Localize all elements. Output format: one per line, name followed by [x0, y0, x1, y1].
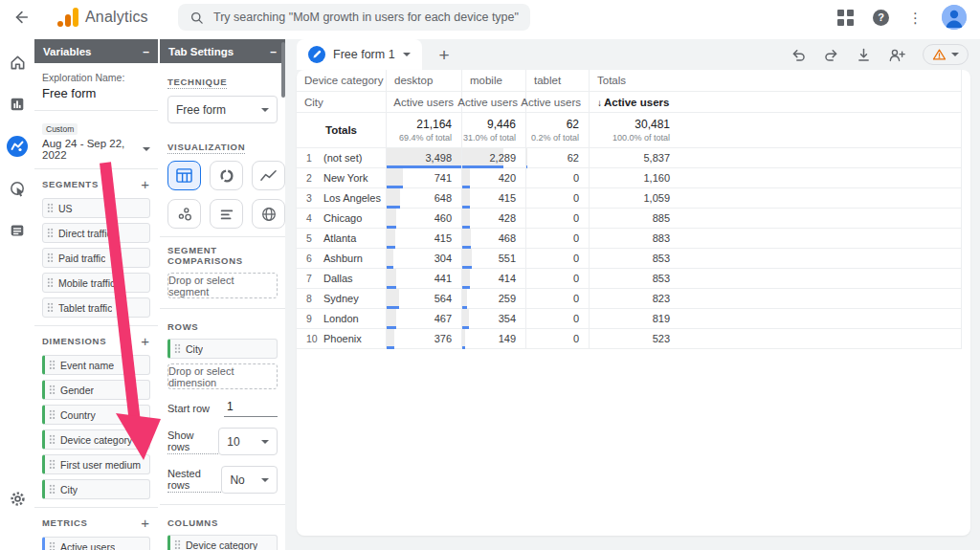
table-row[interactable]: 10Phoenix3761490523	[297, 329, 961, 349]
canvas-toolbar	[791, 44, 969, 65]
drag-handle-icon[interactable]	[49, 434, 56, 445]
start-row-input[interactable]: 1	[224, 399, 278, 417]
drag-handle-icon[interactable]	[47, 302, 54, 313]
table-row[interactable]: 9London4673540819	[297, 309, 961, 329]
library-icon[interactable]	[6, 219, 29, 242]
segment-chip[interactable]: Direct traffic	[42, 223, 150, 243]
column-group-header[interactable]: mobile	[461, 70, 525, 91]
segment-chip[interactable]: Tablet traffic	[42, 297, 150, 318]
add-dimension-button[interactable]: +	[140, 334, 150, 348]
table-header-column-groups: Device categorydesktopmobiletabletTotals	[297, 70, 961, 92]
metric-value-cell: 648	[386, 188, 461, 208]
row-dimension-dropzone[interactable]: Drop or select dimension	[167, 363, 278, 389]
dimension-chip[interactable]: Country	[42, 405, 150, 425]
dimension-chip[interactable]: Gender	[42, 380, 150, 400]
column-group-header[interactable]: tablet	[525, 70, 589, 91]
search-input[interactable]: Try searching "MoM growth in users for e…	[178, 4, 530, 31]
explore-icon-active[interactable]	[6, 135, 29, 158]
back-arrow-icon[interactable]	[10, 6, 33, 29]
viz-geo-map-icon[interactable]	[252, 199, 285, 229]
nested-rows-select[interactable]: No	[221, 466, 278, 494]
metric-chip[interactable]: Active users	[42, 537, 150, 550]
table-row[interactable]: 4Chicago4604280885	[297, 209, 961, 229]
drag-handle-icon[interactable]	[49, 541, 56, 550]
filler-cell	[679, 289, 961, 308]
totals-column-header[interactable]: Totals	[589, 70, 679, 91]
sorted-metric-header[interactable]: ↓Active users	[589, 92, 679, 112]
metric-value-cell: 415	[461, 188, 525, 208]
home-icon[interactable]	[6, 51, 29, 74]
table-row[interactable]: 6Ashburn3045510853	[297, 249, 961, 269]
drag-handle-icon[interactable]	[49, 484, 56, 495]
drag-handle-icon[interactable]	[49, 459, 56, 470]
city-name: New York	[323, 172, 368, 184]
column-group-header[interactable]: desktop	[386, 70, 461, 91]
viz-line-chart-icon[interactable]	[252, 161, 285, 190]
panel-scrollbar[interactable]	[281, 42, 285, 98]
drag-handle-icon[interactable]	[47, 228, 54, 238]
share-with-people-icon[interactable]	[888, 47, 906, 63]
segment-dropzone[interactable]: Drop or select segment	[167, 273, 278, 298]
drag-handle-icon[interactable]	[47, 277, 54, 288]
dimension-chip[interactable]: First user medium	[42, 454, 150, 474]
download-icon[interactable]	[856, 47, 872, 63]
analytics-brand[interactable]: Analytics	[57, 8, 170, 27]
column-dimension-chip[interactable]: Device category	[167, 535, 278, 550]
redo-icon[interactable]	[823, 47, 839, 63]
city-name: London	[323, 313, 359, 324]
table-row[interactable]: 8Sydney5642590823	[297, 289, 961, 309]
metric-value-cell: 0	[525, 309, 589, 328]
date-range-value: Aug 24 - Sep 22, 2022	[42, 138, 143, 161]
divider	[160, 308, 285, 309]
user-avatar[interactable]	[942, 5, 967, 30]
viz-bar-chart-icon[interactable]	[210, 199, 243, 229]
admin-gear-icon[interactable]	[6, 487, 29, 510]
undo-icon[interactable]	[791, 47, 807, 63]
viz-donut-chart-icon[interactable]	[210, 161, 243, 190]
table-row[interactable]: 3Los Angeles64841501,059	[297, 188, 961, 209]
drag-handle-icon[interactable]	[49, 360, 56, 370]
help-icon[interactable]: ?	[873, 10, 889, 26]
table-row[interactable]: 1(not set)3,4982,289625,837	[297, 148, 961, 168]
dimension-chip[interactable]: City	[42, 479, 150, 499]
drag-handle-icon[interactable]	[47, 253, 54, 263]
viz-table-icon[interactable]	[167, 161, 201, 190]
segment-chip[interactable]: Mobile traffic	[42, 273, 150, 293]
table-row[interactable]: 5Atlanta4154680883	[297, 229, 961, 249]
drag-handle-icon[interactable]	[174, 343, 181, 354]
add-segment-button[interactable]: +	[140, 177, 150, 191]
table-row[interactable]: 7Dallas4414140853	[297, 269, 961, 289]
viz-scatter-plot-icon[interactable]	[167, 199, 201, 229]
segment-chip[interactable]: Paid traffic	[42, 248, 150, 268]
dimension-chip[interactable]: Device category	[42, 429, 150, 450]
drag-handle-icon[interactable]	[47, 203, 54, 213]
row-dimension-chip[interactable]: City	[167, 339, 278, 359]
google-apps-grid-icon[interactable]	[837, 10, 854, 26]
rows-label: ROWS	[167, 321, 198, 332]
row-dimension-header[interactable]: City	[297, 92, 386, 112]
add-metric-button[interactable]: +	[140, 516, 150, 530]
reports-icon[interactable]	[6, 93, 29, 116]
date-range-picker[interactable]: Aug 24 - Sep 22, 2022	[42, 138, 150, 161]
filler-cell	[679, 329, 961, 348]
dimension-chip[interactable]: Event name	[42, 355, 150, 375]
drag-handle-icon[interactable]	[49, 409, 56, 420]
segment-chip[interactable]: US	[42, 198, 150, 218]
filler-cell	[679, 70, 961, 91]
city-name: Sydney	[323, 293, 359, 304]
exploration-name-value[interactable]: Free form	[42, 86, 150, 100]
metric-header[interactable]: Active users	[525, 92, 589, 112]
drag-handle-icon[interactable]	[49, 385, 56, 395]
visualization-options	[167, 161, 278, 229]
technique-select[interactable]: Free form	[167, 96, 278, 123]
show-rows-select[interactable]: 10	[218, 428, 278, 455]
tab-free-form-1[interactable]: Free form 1	[297, 39, 422, 70]
kebab-menu-icon[interactable]: ⋮	[908, 11, 923, 25]
add-tab-button[interactable]: +	[434, 46, 456, 64]
sampling-warning-badge[interactable]	[923, 44, 969, 65]
filler-cell	[679, 229, 961, 248]
advertising-icon[interactable]	[6, 177, 29, 200]
table-header-metrics: CityActive usersActive usersActive users…	[297, 92, 961, 113]
table-row[interactable]: 2New York74142001,160	[297, 168, 961, 188]
drag-handle-icon[interactable]	[174, 539, 181, 550]
